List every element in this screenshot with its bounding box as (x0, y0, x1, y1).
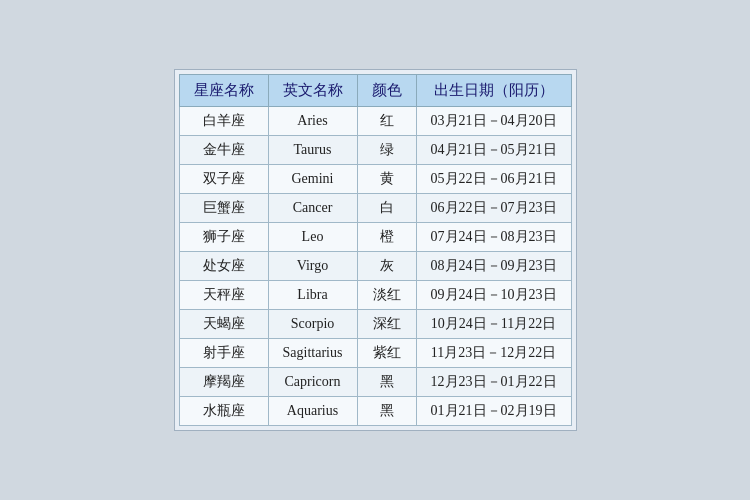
table-cell: 灰 (357, 252, 416, 281)
table-cell: Capricorn (268, 368, 357, 397)
table-cell: 黄 (357, 165, 416, 194)
table-cell: 黑 (357, 368, 416, 397)
table-cell: 天蝎座 (179, 310, 268, 339)
table-cell: 08月24日－09月23日 (416, 252, 571, 281)
table-cell: 天秤座 (179, 281, 268, 310)
table-cell: Gemini (268, 165, 357, 194)
table-cell: 紫红 (357, 339, 416, 368)
table-cell: 淡红 (357, 281, 416, 310)
table-cell: 白羊座 (179, 107, 268, 136)
table-cell: 01月21日－02月19日 (416, 397, 571, 426)
table-header-cell: 英文名称 (268, 75, 357, 107)
table-cell: 处女座 (179, 252, 268, 281)
table-row: 天秤座Libra淡红09月24日－10月23日 (179, 281, 571, 310)
table-header-row: 星座名称英文名称颜色出生日期（阳历） (179, 75, 571, 107)
zodiac-table: 星座名称英文名称颜色出生日期（阳历） 白羊座Aries红03月21日－04月20… (179, 74, 572, 426)
table-cell: Aries (268, 107, 357, 136)
table-cell: 深红 (357, 310, 416, 339)
table-row: 处女座Virgo灰08月24日－09月23日 (179, 252, 571, 281)
table-row: 射手座Sagittarius紫红11月23日－12月22日 (179, 339, 571, 368)
table-cell: 07月24日－08月23日 (416, 223, 571, 252)
table-cell: 03月21日－04月20日 (416, 107, 571, 136)
table-cell: 摩羯座 (179, 368, 268, 397)
table-cell: Aquarius (268, 397, 357, 426)
table-header-cell: 出生日期（阳历） (416, 75, 571, 107)
table-cell: 12月23日－01月22日 (416, 368, 571, 397)
table-cell: 狮子座 (179, 223, 268, 252)
table-cell: 金牛座 (179, 136, 268, 165)
table-cell: 09月24日－10月23日 (416, 281, 571, 310)
table-cell: 水瓶座 (179, 397, 268, 426)
table-cell: 白 (357, 194, 416, 223)
table-cell: 射手座 (179, 339, 268, 368)
table-cell: 05月22日－06月21日 (416, 165, 571, 194)
table-cell: 红 (357, 107, 416, 136)
table-cell: Libra (268, 281, 357, 310)
table-cell: 10月24日－11月22日 (416, 310, 571, 339)
table-cell: 黑 (357, 397, 416, 426)
table-cell: Taurus (268, 136, 357, 165)
table-cell: 06月22日－07月23日 (416, 194, 571, 223)
table-cell: 绿 (357, 136, 416, 165)
table-cell: Virgo (268, 252, 357, 281)
table-cell: 双子座 (179, 165, 268, 194)
table-row: 双子座Gemini黄05月22日－06月21日 (179, 165, 571, 194)
table-cell: Sagittarius (268, 339, 357, 368)
table-cell: 11月23日－12月22日 (416, 339, 571, 368)
table-header-cell: 颜色 (357, 75, 416, 107)
table-cell: Scorpio (268, 310, 357, 339)
zodiac-table-wrapper: 星座名称英文名称颜色出生日期（阳历） 白羊座Aries红03月21日－04月20… (174, 69, 577, 431)
table-cell: Cancer (268, 194, 357, 223)
table-row: 白羊座Aries红03月21日－04月20日 (179, 107, 571, 136)
table-row: 水瓶座Aquarius黑01月21日－02月19日 (179, 397, 571, 426)
table-row: 天蝎座Scorpio深红10月24日－11月22日 (179, 310, 571, 339)
table-row: 摩羯座Capricorn黑12月23日－01月22日 (179, 368, 571, 397)
table-cell: Leo (268, 223, 357, 252)
table-cell: 04月21日－05月21日 (416, 136, 571, 165)
table-cell: 橙 (357, 223, 416, 252)
table-row: 狮子座Leo橙07月24日－08月23日 (179, 223, 571, 252)
table-row: 金牛座Taurus绿04月21日－05月21日 (179, 136, 571, 165)
table-header-cell: 星座名称 (179, 75, 268, 107)
table-cell: 巨蟹座 (179, 194, 268, 223)
table-row: 巨蟹座Cancer白06月22日－07月23日 (179, 194, 571, 223)
